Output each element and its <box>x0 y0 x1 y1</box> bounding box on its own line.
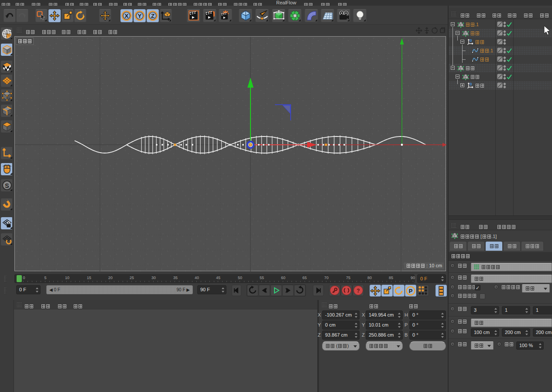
svg-text:?: ? <box>357 288 360 294</box>
svg-text:Y: Y <box>137 13 141 19</box>
svg-text:P: P <box>409 288 413 294</box>
svg-text:0: 0 <box>470 38 472 43</box>
svg-text:X: X <box>124 13 128 19</box>
svg-text:Z: Z <box>151 13 154 19</box>
svg-text:0: 0 <box>470 82 472 86</box>
svg-text:S: S <box>5 182 9 189</box>
